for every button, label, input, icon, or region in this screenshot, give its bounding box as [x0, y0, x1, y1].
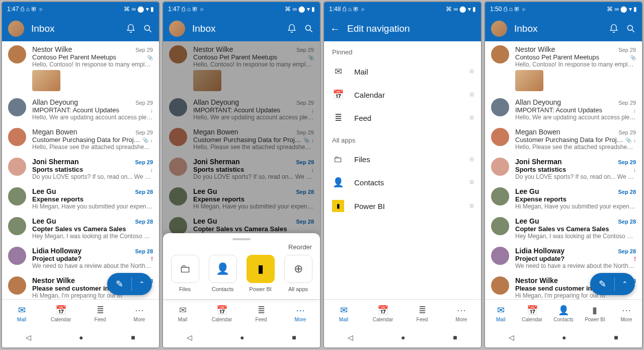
chevron-up-icon[interactable]: ⌃: [132, 280, 152, 288]
nav-mail[interactable]: ✉ Mail: [2, 300, 41, 327]
nav-row-feed[interactable]: ≣ Feed ≡: [324, 106, 481, 129]
nav-more[interactable]: ⋯ More: [281, 300, 320, 327]
home-button[interactable]: ●: [240, 333, 244, 341]
nav-calendar[interactable]: 📅 Calendar: [41, 300, 80, 327]
mail-icon: ✉: [338, 305, 349, 316]
nav-mail[interactable]: ✉ Mail: [485, 300, 516, 327]
email-row[interactable]: Lidia HollowaySep 28 Project update?! We…: [2, 243, 159, 272]
sender-avatar: [8, 45, 26, 63]
nav-row-calendar[interactable]: 📅 Calendar ≡: [324, 83, 481, 106]
back-button[interactable]: ◁: [509, 333, 514, 341]
powerbi-icon: ▮: [332, 200, 344, 212]
compose-icon[interactable]: ✎: [590, 278, 614, 290]
recents-button[interactable]: ■: [292, 333, 296, 341]
nav-mail[interactable]: ✉ Mail: [163, 300, 202, 327]
drag-handle-icon[interactable]: ≡: [469, 113, 473, 122]
account-avatar[interactable]: [8, 21, 24, 37]
email-row[interactable]: Lee GuSep 28 Copter Sales vs Camera Sale…: [2, 213, 159, 243]
nav-mail[interactable]: ✉ Mail: [324, 300, 363, 327]
bell-icon[interactable]: [609, 24, 619, 34]
bell-icon[interactable]: [287, 24, 297, 34]
nav-more[interactable]: ⋯ More: [442, 300, 481, 327]
nav-calendar[interactable]: 📅 Calendar: [363, 300, 403, 327]
account-avatar[interactable]: [491, 21, 507, 37]
bell-icon[interactable]: [126, 24, 136, 34]
account-avatar[interactable]: [169, 21, 185, 37]
email-row[interactable]: Nestor WilkeSep 29 Contoso Pet Parent Me…: [485, 41, 642, 94]
nav-row-contacts[interactable]: 👤 Contacts ≡: [324, 171, 481, 194]
email-row[interactable]: Lee GuSep 28 Expense reports Hi Megan, H…: [2, 183, 159, 213]
home-button[interactable]: ●: [79, 333, 83, 341]
back-button[interactable]: ◁: [26, 333, 31, 341]
sheet-app-allapps[interactable]: ⊕ All apps: [284, 255, 312, 292]
home-button[interactable]: ●: [562, 333, 566, 341]
recents-button[interactable]: ■: [614, 333, 618, 341]
email-row[interactable]: Lidia HollowaySep 28 Project update?! We…: [485, 243, 642, 272]
compose-icon[interactable]: ✎: [107, 278, 131, 290]
home-button[interactable]: ●: [401, 333, 405, 341]
phone-more-sheet: 1:47⎙ ⌂ ⛨ ▷ ⌘ ∞ ⬤ ▾ ▮ Inbox Nestor Wilke…: [162, 1, 321, 348]
email-row[interactable]: Megan BowenSep 29 Customer Purchasing Da…: [485, 124, 642, 154]
reorder-link[interactable]: Reorder: [163, 243, 320, 255]
chevron-up-icon[interactable]: ⌃: [615, 280, 635, 288]
email-row[interactable]: Nestor WilkeSep 29 Contoso Pet Parent Me…: [2, 41, 159, 94]
search-icon[interactable]: [143, 24, 153, 34]
attachment-thumbnail[interactable]: [32, 70, 60, 91]
nav-label: Mail: [17, 317, 26, 322]
drag-handle-icon[interactable]: ≡: [469, 90, 473, 99]
email-date: Sep 28: [135, 248, 153, 254]
nav-more[interactable]: ⋯ More: [120, 300, 159, 327]
recents-button[interactable]: ■: [453, 333, 457, 341]
email-row[interactable]: Allan DeyoungSep 29 IMPORTANT: Acount Up…: [485, 94, 642, 124]
back-button[interactable]: ◁: [187, 333, 192, 341]
status-bar: 1:48⎙ ⌂ ⛨ ▷ ⌘ ∞ ⬤ ▾ ▮: [324, 2, 481, 16]
sheet-app-contacts[interactable]: 👤 Contacts: [209, 255, 237, 292]
status-left-icons: ⎙ ⌂ ⛨ ▷: [504, 6, 525, 13]
nav-calendar[interactable]: 📅 Calendar: [202, 300, 242, 327]
nav-row-powerbi[interactable]: ▮ Power BI ≡: [324, 194, 481, 218]
contacts-icon: 👤: [558, 305, 569, 316]
page-title: Inbox: [192, 23, 280, 34]
email-date: Sep 29: [135, 100, 153, 106]
email-row[interactable]: Lee GuSep 28 Expense reports Hi Megan, H…: [485, 183, 642, 213]
nav-powerbi[interactable]: ▮ Power BI: [579, 300, 610, 327]
more-icon: ⋯: [295, 305, 306, 316]
nav-contacts[interactable]: 👤 Contacts: [548, 300, 579, 327]
fab[interactable]: ✎ ⌃: [590, 273, 635, 295]
sheet-app-powerbi[interactable]: ▮ Power BI: [247, 255, 275, 292]
drag-handle-icon[interactable]: ≡: [469, 155, 473, 164]
email-row[interactable]: Lee GuSep 28 Copter Sales vs Camera Sale…: [485, 213, 642, 243]
drag-handle-icon[interactable]: ≡: [469, 201, 473, 211]
email-row[interactable]: Megan BowenSep 29 Customer Purchasing Da…: [2, 124, 159, 154]
nav-feed[interactable]: ≣ Feed: [242, 300, 281, 327]
fab[interactable]: ✎ ⌃: [107, 273, 152, 295]
email-row[interactable]: Joni ShermanSep 29 Sports statistics Do …: [2, 154, 159, 183]
search-icon[interactable]: [626, 24, 636, 34]
back-arrow-icon[interactable]: ←: [330, 24, 340, 34]
email-subject: IMPORTANT: Acount Updates: [515, 106, 602, 114]
phone-inbox-extended-nav: 1:50⎙ ⌂ ⛨ ▷ ⌘ ∞ ⬤ ▾ ▮ Inbox Nestor Wilke…: [484, 1, 643, 348]
nav-row-files[interactable]: 🗀 Files ≡: [324, 148, 481, 171]
email-row[interactable]: Joni ShermanSep 29 Sports statistics Do …: [485, 154, 642, 183]
more-icon: ⋯: [134, 305, 145, 316]
back-button[interactable]: ◁: [348, 333, 353, 341]
sender-name: Nestor Wilke: [515, 45, 555, 53]
nav-feed[interactable]: ≣ Feed: [80, 300, 120, 327]
email-list-1[interactable]: Nestor WilkeSep 29 Contoso Pet Parent Me…: [2, 41, 159, 299]
drag-handle-icon[interactable]: ≡: [469, 67, 473, 76]
email-list-4[interactable]: Nestor WilkeSep 29 Contoso Pet Parent Me…: [485, 41, 642, 299]
recents-button[interactable]: ■: [131, 333, 135, 341]
nav-calendar[interactable]: 📅 Calendar: [516, 300, 547, 327]
sheet-handle[interactable]: [232, 238, 251, 240]
phone-inbox: 1:47⎙ ⌂ ⛨ ▷ ⌘ ∞ ⬤ ▾ ▮ Inbox Nestor Wilke…: [1, 1, 160, 348]
sheet-app-files[interactable]: 🗀 Files: [171, 255, 199, 292]
drag-handle-icon[interactable]: ≡: [469, 178, 473, 187]
search-icon[interactable]: [304, 24, 314, 34]
nav-label: Calendar: [522, 317, 542, 322]
email-subject: Expense reports: [32, 195, 84, 203]
nav-more[interactable]: ⋯ More: [611, 300, 642, 327]
attachment-thumbnail[interactable]: [515, 70, 543, 91]
email-row[interactable]: Allan DeyoungSep 29 IMPORTANT: Acount Up…: [2, 94, 159, 124]
nav-feed[interactable]: ≣ Feed: [403, 300, 442, 327]
nav-row-mail[interactable]: ✉ Mail ≡: [324, 60, 481, 83]
